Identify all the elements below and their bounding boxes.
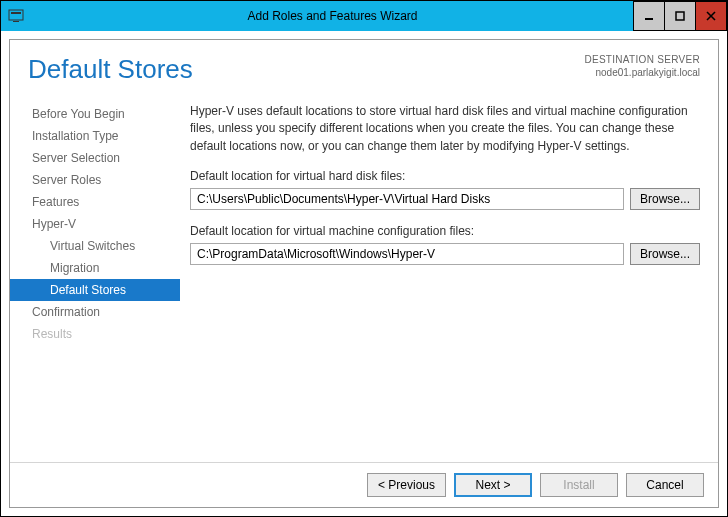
svg-rect-4	[676, 12, 684, 20]
vhd-browse-button[interactable]: Browse...	[630, 188, 700, 210]
vhd-location-label: Default location for virtual hard disk f…	[190, 169, 700, 183]
svg-rect-2	[13, 21, 19, 22]
next-button[interactable]: Next >	[454, 473, 532, 497]
wizard-panel: Default Stores DESTINATION SERVER node01…	[9, 39, 719, 508]
config-location-row: Browse...	[190, 243, 700, 265]
nav-before-you-begin[interactable]: Before You Begin	[10, 103, 180, 125]
window-title: Add Roles and Features Wizard	[31, 1, 634, 31]
nav-installation-type[interactable]: Installation Type	[10, 125, 180, 147]
destination-server: DESTINATION SERVER node01.parlakyigit.lo…	[584, 54, 700, 79]
window-controls	[634, 1, 727, 31]
destination-label: DESTINATION SERVER	[584, 54, 700, 67]
description-text: Hyper-V uses default locations to store …	[190, 103, 700, 155]
close-button[interactable]	[695, 1, 727, 31]
header-area: Default Stores DESTINATION SERVER node01…	[10, 40, 718, 97]
previous-button[interactable]: < Previous	[367, 473, 446, 497]
nav-results: Results	[10, 323, 180, 345]
svg-rect-0	[9, 10, 23, 20]
maximize-button[interactable]	[664, 1, 696, 31]
nav-server-roles[interactable]: Server Roles	[10, 169, 180, 191]
minimize-button[interactable]	[633, 1, 665, 31]
config-browse-button[interactable]: Browse...	[630, 243, 700, 265]
vhd-location-input[interactable]	[190, 188, 624, 210]
window-frame: Add Roles and Features Wizard Default St…	[0, 0, 728, 517]
config-location-label: Default location for virtual machine con…	[190, 224, 700, 238]
nav-hyper-v[interactable]: Hyper-V	[10, 213, 180, 235]
svg-rect-1	[11, 12, 21, 14]
destination-value: node01.parlakyigit.local	[584, 67, 700, 80]
install-button: Install	[540, 473, 618, 497]
nav-migration[interactable]: Migration	[10, 257, 180, 279]
nav-server-selection[interactable]: Server Selection	[10, 147, 180, 169]
nav-confirmation[interactable]: Confirmation	[10, 301, 180, 323]
app-icon	[1, 1, 31, 31]
config-location-input[interactable]	[190, 243, 624, 265]
cancel-button[interactable]: Cancel	[626, 473, 704, 497]
nav-features[interactable]: Features	[10, 191, 180, 213]
nav-virtual-switches[interactable]: Virtual Switches	[10, 235, 180, 257]
titlebar[interactable]: Add Roles and Features Wizard	[1, 1, 727, 31]
nav-default-stores[interactable]: Default Stores	[10, 279, 180, 301]
sidebar: Before You Begin Installation Type Serve…	[10, 97, 180, 462]
main: Hyper-V uses default locations to store …	[180, 97, 718, 462]
body: Before You Begin Installation Type Serve…	[10, 97, 718, 462]
footer: < Previous Next > Install Cancel	[10, 462, 718, 507]
vhd-location-row: Browse...	[190, 188, 700, 210]
